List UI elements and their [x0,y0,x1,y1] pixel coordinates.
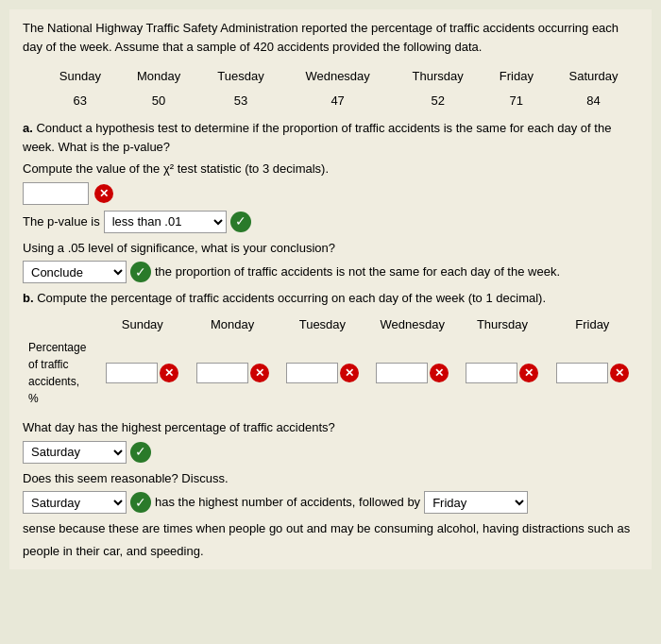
reasonable-text: Does this seem reasonable? Discuss. [23,469,638,488]
pct-col-thursday: Thursday [458,314,546,336]
main-content: The National Highway Traffic Safety Admi… [9,9,652,569]
pct-col-monday: Monday [188,314,276,336]
sig-text-span: Using a .05 level of significance, what … [23,241,335,255]
final-span-1: sense because these are times when peopl… [23,521,630,535]
bottom-answer-row: Saturday Sunday Monday Tuesday Wednesday… [23,491,638,514]
pvalue-row: The p-value is less than .01 between .01… [23,211,638,233]
pct-col-tuesday: Tuesday [279,314,366,336]
pct-x-friday[interactable]: ✕ [610,364,629,382]
compute-label: Compute the value of the χ² test statist… [23,160,638,178]
chi-input[interactable] [23,182,89,205]
saturday-dropdown[interactable]: Saturday Sunday Monday Tuesday Wednesday… [23,491,127,514]
section-a-text: a. Conduct a hypothesis test to determin… [23,119,638,156]
pct-x-tuesday[interactable]: ✕ [340,364,359,382]
highest-row: Saturday Sunday Monday Tuesday Wednesday… [23,441,638,464]
highest-question: What day has the highest percentage of t… [23,418,638,437]
col-header-saturday: Saturday [551,65,636,88]
conclusion-text: the proportion of traffic accidents is n… [155,263,560,281]
col-header-thursday: Thursday [394,65,483,88]
pvalue-prefix: The p-value is [23,212,100,231]
pct-col-sunday: Sunday [98,314,186,336]
pct-input-friday[interactable] [556,363,608,383]
val-wednesday: 47 [284,90,392,112]
highest-dropdown-wrap: Saturday Sunday Monday Tuesday Wednesday… [23,441,127,464]
col-header-wednesday: Wednesday [284,65,392,88]
section-b-text: b. Compute the percentage of traffic acc… [23,289,638,308]
final-text-1: sense because these are times when peopl… [23,519,638,538]
final-text-2: people in their car, and speeding. [23,542,638,561]
saturday-dropdown-wrap: Saturday Sunday Monday Tuesday Wednesday… [23,491,127,514]
chi-label: χ² test statistic (to 3 decimals). [163,161,329,176]
pct-input-monday[interactable] [196,363,248,383]
col-header-monday: Monday [120,65,198,88]
pvalue-check-icon[interactable]: ✓ [230,212,251,232]
pvalue-dropdown-wrap: less than .01 between .01 and .025 betwe… [104,211,227,233]
col-header-sunday: Sunday [42,65,118,88]
pct-row-label: Percentageof trafficaccidents,% [25,337,96,409]
pct-input-sunday[interactable] [106,363,158,383]
intro-paragraph: The National Highway Traffic Safety Admi… [23,19,638,56]
reasonable-span: Does this seem reasonable? Discuss. [23,471,229,485]
highest-question-text: What day has the highest percentage of t… [23,420,335,434]
pct-cell-friday: ✕ [552,363,633,383]
pct-cell-wednesday: ✕ [372,363,452,383]
pct-x-wednesday[interactable]: ✕ [430,364,449,382]
pct-col-wednesday: Wednesday [368,314,456,336]
conclude-row: Conclude Do not conclude ✓ the proportio… [23,261,638,283]
pct-input-wednesday[interactable] [376,363,428,383]
val-monday: 50 [120,90,198,112]
compute-text: Compute the value of the [23,161,160,176]
conclude-check-icon[interactable]: ✓ [130,262,151,282]
pct-col-friday: Friday [549,314,636,336]
saturday-check-icon[interactable]: ✓ [130,492,151,513]
data-table: Sunday Monday Tuesday Wednesday Thursday… [23,63,638,113]
percentage-table: Sunday Monday Tuesday Wednesday Thursday… [23,312,638,412]
val-thursday: 52 [394,90,483,112]
chi-input-row: ✕ [23,182,638,205]
pvalue-dropdown[interactable]: less than .01 between .01 and .025 betwe… [104,211,227,233]
pct-cell-thursday: ✕ [462,363,542,383]
pct-x-thursday[interactable]: ✕ [519,364,538,382]
section-a-desc: Conduct a hypothesis test to determine i… [23,121,611,154]
val-friday: 71 [484,90,549,112]
pct-x-monday[interactable]: ✕ [250,364,269,382]
conclude-dropdown[interactable]: Conclude Do not conclude [23,261,127,283]
section-a: a. Conduct a hypothesis test to determin… [23,119,638,283]
col-header-tuesday: Tuesday [199,65,281,88]
section-b-label: b. [23,291,34,305]
conclude-dropdown-wrap: Conclude Do not conclude [23,261,127,283]
val-saturday: 84 [551,90,636,112]
highest-check-icon[interactable]: ✓ [130,442,151,463]
pct-cell-sunday: ✕ [102,363,182,383]
col-header-friday: Friday [484,65,549,88]
pct-cell-monday: ✕ [192,363,272,383]
section-b: b. Compute the percentage of traffic acc… [23,289,638,560]
val-tuesday: 53 [199,90,281,112]
pct-input-tuesday[interactable] [286,363,338,383]
pct-input-thursday[interactable] [466,363,517,383]
section-b-desc: Compute the percentage of traffic accide… [37,291,546,305]
section-a-label: a. [23,121,33,135]
chi-x-icon[interactable]: ✕ [94,184,113,203]
friday-dropdown-wrap: Friday Saturday Sunday Monday Tuesday We… [424,491,528,514]
pct-x-sunday[interactable]: ✕ [160,364,178,382]
intro-text-2: week. Assume that a sample of 420 accide… [80,40,483,54]
val-sunday: 63 [42,90,118,112]
middle-text: has the highest number of accidents, fol… [155,493,420,512]
highest-dropdown[interactable]: Saturday Sunday Monday Tuesday Wednesday… [23,441,127,464]
pct-cell-tuesday: ✕ [282,363,363,383]
friday-dropdown[interactable]: Friday Saturday Sunday Monday Tuesday We… [424,491,528,514]
final-span-2: people in their car, and speeding. [23,544,204,558]
significance-text: Using a .05 level of significance, what … [23,239,638,258]
